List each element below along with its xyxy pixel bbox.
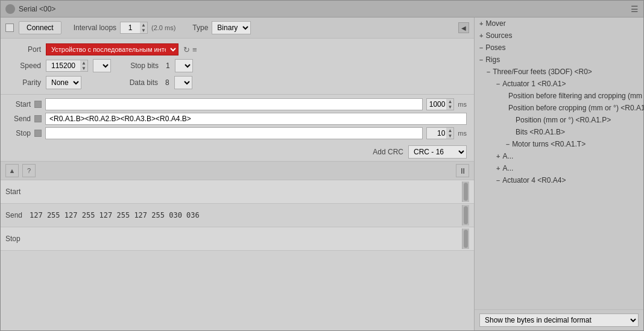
start-input[interactable] — [45, 98, 423, 110]
start-ms-input[interactable]: 1000 — [427, 99, 446, 110]
tree-three-four-feets[interactable]: – Three/Four feets (3DOF) <R0> — [475, 66, 643, 78]
tree-rigs[interactable]: – Rigs — [475, 54, 643, 66]
crc-select[interactable]: CRC - 16 — [408, 145, 467, 159]
tree-actuator4[interactable]: – Actuator 4 <R0.A4> — [475, 174, 643, 186]
interval-ms: (2.0 ms) — [151, 24, 175, 31]
start-ms-label: ms — [458, 101, 467, 108]
databits-select[interactable] — [174, 76, 192, 89]
speed-input[interactable]: 115200 — [46, 60, 80, 71]
interval-section: Interval loops 1 ▲ ▼ (2.0 ms) — [74, 22, 176, 34]
interval-input[interactable]: 1 — [121, 22, 140, 33]
config-area: Port Устройство с последовательным интер… — [1, 39, 474, 95]
left-panel: Connect Interval loops 1 ▲ ▼ (2.0 ms) Ty… — [1, 17, 475, 330]
tree-poses[interactable]: – Poses — [475, 42, 643, 54]
output-send-value: 127 255 127 255 127 255 127 255 030 036 — [30, 211, 462, 219]
rigs-expand-icon: – — [479, 56, 483, 63]
stopbits-select[interactable] — [175, 59, 193, 72]
sources-label: Sources — [485, 31, 512, 40]
stopbits-label: Stop bits — [125, 61, 159, 70]
connect-button[interactable]: Connect — [19, 21, 62, 34]
start-dot — [34, 101, 42, 108]
send-input[interactable]: <R0.A1.B><R0.A2.B><R0.A3.B><R0.A4.B> — [45, 113, 467, 125]
titlebar: Serial <00> ☰ — [1, 1, 643, 17]
output-send-row: Send 127 255 127 255 127 255 127 255 030… — [1, 204, 474, 227]
stop-ms-spinner[interactable]: 10 ▲ ▼ — [426, 127, 454, 139]
send-label: Send — [8, 115, 31, 123]
nav-up-button[interactable]: ▲ — [5, 164, 19, 177]
collapse-button[interactable]: ◀ — [458, 22, 469, 33]
right-bottom: Show the bytes in decimal format — [475, 309, 643, 330]
stop-ms-down[interactable]: ▼ — [446, 133, 453, 139]
parity-label: Parity — [8, 78, 41, 87]
output-stop-label: Stop — [5, 235, 30, 243]
connect-checkbox[interactable] — [5, 24, 14, 32]
sources-expand-icon: + — [479, 32, 483, 39]
interval-spinner[interactable]: 1 ▲ ▼ — [120, 22, 148, 34]
start-row: Start 1000 ▲ ▼ ms — [8, 98, 467, 110]
output-area: Start Send 127 255 127 255 127 255 127 2… — [1, 180, 474, 330]
stop-ms-up[interactable]: ▲ — [446, 128, 453, 133]
menu-icon[interactable]: ☰ — [631, 4, 639, 14]
tree-actuator-a1[interactable]: + A... — [475, 150, 643, 162]
reload-icon[interactable]: ↻ — [183, 45, 190, 54]
three-four-label: Three/Four feets (3DOF) <R0> — [493, 68, 592, 76]
output-start-label: Start — [5, 188, 30, 196]
help-button[interactable]: ? — [22, 164, 36, 177]
position-label: Position (mm or °) <R0.A1.P> — [516, 116, 611, 124]
tree-position[interactable]: Position (mm or °) <R0.A1.P> — [475, 114, 643, 126]
tree-sources[interactable]: + Sources — [475, 30, 643, 42]
bits-label: Bits <R0.A1.B> — [516, 128, 565, 136]
mover-expand-icon: + — [479, 20, 483, 27]
parity-databits-row: Parity None Data bits 8 — [8, 76, 467, 89]
speed-down[interactable]: ▼ — [80, 66, 87, 71]
stop-input[interactable] — [45, 127, 423, 139]
stop-ms-input[interactable]: 10 — [427, 128, 446, 139]
tree-motor-turns[interactable]: – Motor turns <R0.A1.T> — [475, 138, 643, 150]
type-select[interactable]: Binary — [212, 21, 251, 34]
pause-button[interactable]: ⏸ — [456, 164, 469, 177]
bottom-format-select[interactable]: Show the bytes in decimal format — [479, 314, 639, 327]
parity-select[interactable]: None — [46, 76, 81, 89]
port-select[interactable]: Устройство с последовательным интерфейсо… — [46, 43, 178, 55]
start-ms-arrows: ▲ ▼ — [446, 99, 453, 110]
output-send-label: Send — [5, 211, 30, 219]
tree-actuator1[interactable]: – Actuator 1 <R0.A1> — [475, 78, 643, 90]
poses-expand-icon: – — [479, 44, 483, 51]
stop-ms-label: ms — [458, 130, 467, 137]
databits-value: 8 — [165, 78, 169, 87]
output-stop-scrollbar[interactable] — [462, 229, 469, 249]
tree-pos-crop[interactable]: Position before cropping (mm or °) <R0.A… — [475, 102, 643, 114]
send-area: Start 1000 ▲ ▼ ms Send — [1, 95, 474, 143]
start-label: Start — [8, 100, 31, 109]
right-panel: + Mover + Sources – Poses — [475, 17, 643, 330]
window-title: Serial <00> — [19, 5, 55, 13]
speed-spinner[interactable]: 115200 ▲ ▼ — [46, 60, 88, 72]
interval-arrows: ▲ ▼ — [140, 22, 147, 33]
speed-arrows: ▲ ▼ — [80, 60, 87, 71]
pos-crop-label: Position before cropping (mm or °) <R0.A… — [508, 104, 643, 112]
tree-mover[interactable]: + Mover — [475, 17, 643, 30]
three-four-expand-icon: – — [487, 68, 490, 75]
start-ms-spinner[interactable]: 1000 ▲ ▼ — [426, 98, 454, 110]
pos-filter-label: Position before filtering and cropping (… — [508, 92, 643, 100]
tree-bits[interactable]: Bits <R0.A1.B> — [475, 126, 643, 138]
tree-actuator-a2[interactable]: + A... — [475, 162, 643, 174]
speed-label: Speed — [8, 61, 41, 70]
start-ms-up[interactable]: ▲ — [446, 99, 453, 104]
type-section: Type Binary — [188, 21, 251, 34]
send-dot — [34, 115, 42, 122]
speed-unit-select[interactable] — [93, 59, 111, 72]
output-send-scrollbar[interactable] — [462, 205, 469, 225]
tree-area: + Mover + Sources – Poses — [475, 17, 643, 309]
stop-ms-arrows: ▲ ▼ — [446, 128, 453, 139]
databits-label: Data bits — [125, 78, 158, 87]
tree-pos-filter[interactable]: Position before filtering and cropping (… — [475, 90, 643, 102]
actuator1-expand-icon: – — [496, 80, 500, 87]
menu-port-icon[interactable]: ≡ — [192, 45, 197, 54]
output-start-row: Start — [1, 180, 474, 204]
interval-down[interactable]: ▼ — [140, 28, 147, 33]
start-ms-down[interactable]: ▼ — [446, 104, 453, 110]
speed-up[interactable]: ▲ — [80, 60, 87, 66]
output-start-scrollbar[interactable] — [462, 181, 469, 202]
interval-up[interactable]: ▲ — [140, 22, 147, 28]
